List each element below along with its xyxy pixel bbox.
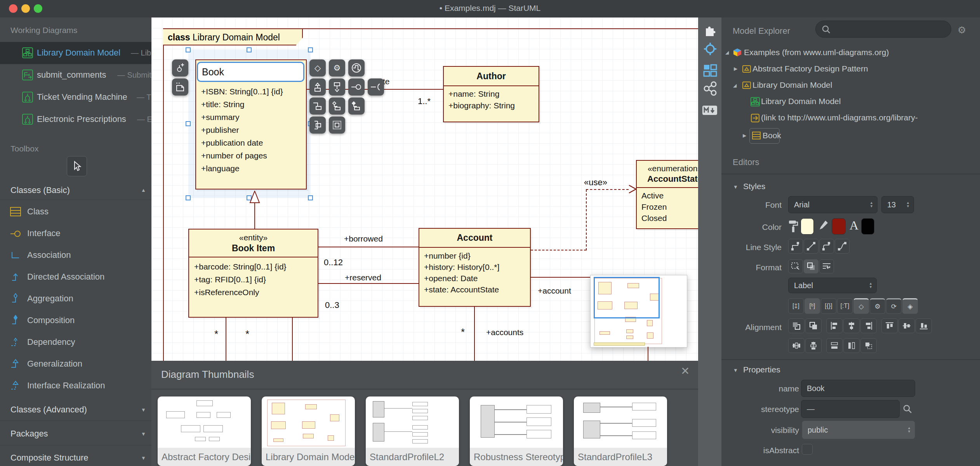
use-dependency-v[interactable]: [586, 190, 587, 250]
thumbnail-library-domain-model[interactable]: Library Domain Model: [262, 396, 355, 466]
attribute[interactable]: +barcode: String[0..1] {id}: [194, 260, 318, 273]
toolbox-item-generalization[interactable]: Generalization: [27, 359, 82, 369]
model-explorer-grid-icon[interactable]: [703, 64, 717, 77]
uml-enum-account-state[interactable]: «enumeration» AccountState Active Frozen…: [636, 160, 698, 229]
attribute[interactable]: +number {id}: [424, 250, 530, 261]
quickedit-link-class-button[interactable]: [309, 97, 326, 115]
format-word-wrap-button[interactable]: [819, 259, 834, 273]
uml-class-book[interactable]: Book +ISBN: String[0..1] {id} +title: St…: [195, 59, 307, 190]
association-line[interactable]: [226, 318, 226, 361]
uml-class-book-item[interactable]: «entity» Book Item +barcode: String[0..1…: [188, 229, 318, 318]
thumbnail-robustness-stereotypes[interactable]: Robustness Stereotype: [470, 396, 563, 466]
tree-item-abstract-factory[interactable]: Abstract Factory Design Pattern: [752, 64, 868, 73]
tree-collapsed-caret[interactable]: ▶: [743, 133, 746, 138]
selection-handle[interactable]: [308, 195, 313, 200]
working-diagram-electronic-prescriptions[interactable]: Electronic Prescriptions — E: [0, 108, 151, 130]
distribute-vertically-button[interactable]: [805, 338, 822, 353]
tree-item-library-model[interactable]: Library Domain Model: [752, 80, 832, 90]
tree-item-book[interactable]: Book: [763, 131, 781, 140]
show-multiplicity-button[interactable]: [‡]: [788, 298, 804, 314]
stereotype-search-icon[interactable]: [903, 404, 912, 414]
attribute[interactable]: +ISBN: String[0..1] {id}: [201, 85, 283, 98]
tree-expand-caret[interactable]: ◢: [725, 50, 729, 55]
tree-item-library-diagram[interactable]: Library Domain Model: [761, 97, 841, 106]
isabstract-checkbox[interactable]: [802, 444, 813, 455]
expand-triangle-icon[interactable]: ▼: [141, 455, 146, 461]
quickedit-settings-button[interactable]: ⚙: [329, 59, 345, 77]
use-dependency-h2[interactable]: [586, 189, 629, 190]
working-diagram-submit-comments[interactable]: submit_comments — Submit: [0, 64, 151, 86]
equal-width-button[interactable]: [826, 338, 843, 353]
thumbnail-standard-profile-l3[interactable]: StandardProfileL3: [574, 396, 667, 466]
suppress-attributes-button[interactable]: ◇: [853, 298, 869, 314]
markdown-icon[interactable]: [702, 105, 718, 115]
attribute[interactable]: +publication date: [201, 136, 283, 149]
align-right-button[interactable]: [860, 318, 877, 333]
quickedit-nested-class-button[interactable]: [329, 116, 345, 134]
use-dependency-h1[interactable]: [531, 250, 586, 250]
quickedit-generalization-button[interactable]: [309, 78, 326, 96]
send-to-back-button[interactable]: [788, 318, 805, 333]
bring-to-front-button[interactable]: [805, 318, 822, 333]
align-top-button[interactable]: [881, 318, 898, 333]
font-size-select[interactable]: 13 ▲▼: [881, 196, 914, 213]
association-account[interactable]: [531, 277, 591, 278]
quickedit-state-button[interactable]: [348, 59, 365, 77]
expand-triangle-icon[interactable]: ▼: [141, 407, 146, 413]
attribute[interactable]: +language: [201, 162, 283, 175]
attribute[interactable]: +tag: RFID[0..1] {id}: [194, 273, 318, 286]
quickedit-composition-button[interactable]: [348, 97, 365, 115]
association-borrowed[interactable]: [318, 247, 419, 247]
collapse-triangle-icon[interactable]: ▲: [141, 187, 146, 193]
show-type-button[interactable]: [:T]: [837, 298, 853, 314]
suppress-operations-button[interactable]: ⚙: [870, 298, 885, 314]
align-center-button[interactable]: [843, 318, 860, 333]
enum-literal[interactable]: Closed: [641, 212, 698, 224]
toolbox-section-classes-basic[interactable]: Classes (Basic): [10, 185, 70, 195]
styles-collapse-caret[interactable]: ▼: [733, 184, 738, 190]
tree-collapsed-caret[interactable]: ▶: [734, 66, 737, 71]
show-operation-signature-button[interactable]: [ᵇ]: [805, 298, 820, 314]
minimap-viewport[interactable]: [594, 277, 660, 318]
close-icon[interactable]: ✕: [681, 365, 690, 377]
stepper-icon[interactable]: ▲▼: [870, 201, 873, 208]
enum-literal[interactable]: Frozen: [641, 201, 698, 212]
toolbox-item-composition[interactable]: Composition: [27, 315, 75, 325]
font-color-swatch[interactable]: [861, 218, 874, 235]
distribute-horizontally-button[interactable]: [788, 338, 805, 353]
selection-handle[interactable]: [186, 121, 191, 126]
selection-handle[interactable]: [247, 47, 252, 52]
quickedit-aggregation-button[interactable]: [329, 97, 345, 115]
tree-item-examples[interactable]: Examples (from www.uml-diagrams.org): [744, 48, 889, 57]
toolbox-item-directed-association[interactable]: Directed Association: [27, 272, 104, 282]
share-icon[interactable]: [703, 81, 717, 96]
line-style-rounded-button[interactable]: [819, 239, 834, 254]
toolbox-section-composite-structure[interactable]: Composite Structure: [10, 453, 89, 463]
stereotype-input[interactable]: —: [801, 400, 900, 418]
line-style-rectilinear-button[interactable]: [788, 239, 803, 254]
align-bottom-button[interactable]: [916, 318, 932, 333]
toolbox-item-interface-realization[interactable]: Interface Realization: [27, 381, 105, 391]
attribute[interactable]: +state: AccountState: [424, 284, 530, 295]
uml-class-account[interactable]: Account +number {id} +history: History[0…: [419, 228, 531, 307]
fill-color-swatch[interactable]: [801, 218, 814, 235]
suppress-receptions-button[interactable]: ⟳: [886, 298, 902, 314]
format-auto-resize-button[interactable]: [788, 259, 803, 273]
attribute[interactable]: +publisher: [201, 123, 283, 136]
association-accounts[interactable]: [474, 307, 475, 361]
thumbnail-standard-profile-l2[interactable]: StandardProfileL2: [366, 396, 459, 466]
selection-handle[interactable]: [186, 195, 191, 200]
align-left-button[interactable]: [826, 318, 843, 333]
attribute[interactable]: +isReferenceOnly: [194, 286, 318, 299]
properties-collapse-caret[interactable]: ▼: [733, 367, 738, 373]
attribute[interactable]: +number of pages: [201, 149, 283, 162]
quickedit-containment-button[interactable]: [309, 116, 326, 134]
attribute[interactable]: +name: String: [448, 88, 539, 100]
toolbox-item-dependency[interactable]: Dependency: [27, 337, 75, 347]
enum-literal[interactable]: Active: [641, 190, 698, 201]
line-style-curve-button[interactable]: [835, 239, 850, 254]
toolbox-item-aggregation[interactable]: Aggregation: [27, 294, 73, 304]
tree-expand-caret[interactable]: ◢: [733, 83, 737, 88]
quickedit-add-note-button[interactable]: [172, 78, 188, 96]
thumbnail-abstract-factory[interactable]: Abstract Factory Design: [158, 396, 251, 466]
